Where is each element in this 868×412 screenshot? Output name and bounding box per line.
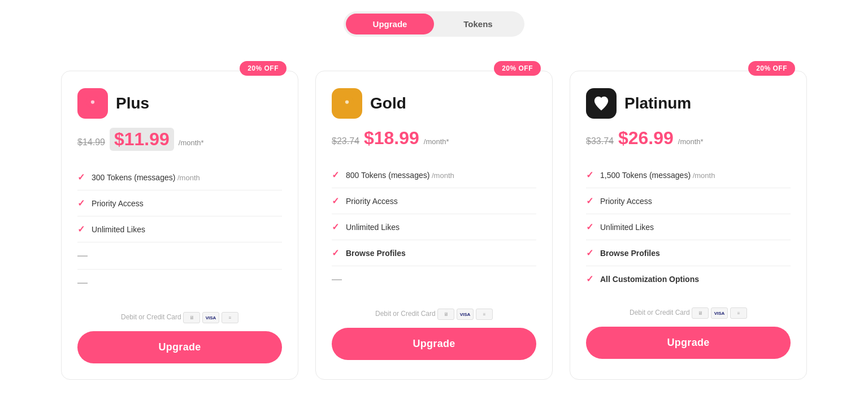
- tokens-toggle-btn[interactable]: Tokens: [434, 14, 522, 34]
- feature-item: —: [332, 266, 536, 293]
- check-icon: ✓: [77, 172, 85, 183]
- card-icon-visa: VISA: [711, 307, 728, 319]
- pricing-section: $23.74$18.99/month*: [332, 128, 536, 149]
- feature-text: Browse Profiles: [346, 249, 406, 258]
- upgrade-button-gold[interactable]: Upgrade: [332, 328, 536, 360]
- plan-header: Plus: [77, 88, 282, 119]
- payment-section: Debit or Credit Card 🖥 VISA ≡: [332, 309, 536, 320]
- original-price: $33.74: [586, 136, 614, 146]
- plan-card-platinum: 20% OFF Platinum$33.74$26.99/month*✓1,50…: [570, 71, 807, 380]
- feature-item: ✓Unlimited Likes: [77, 216, 282, 242]
- per-month-label: /month*: [424, 137, 449, 146]
- feature-text: Browse Profiles: [600, 249, 660, 258]
- feature-item: ✓Priority Access: [586, 188, 791, 214]
- plan-header: Gold: [332, 88, 536, 119]
- plans-container: 20% OFF Plus$14.99$11.99/month*✓300 Toke…: [38, 71, 830, 380]
- card-icon-mc: ≡: [222, 312, 238, 323]
- card-icon-monitor: 🖥: [437, 309, 454, 320]
- feature-item: ✓All Customization Options: [586, 266, 791, 292]
- svg-point-2: [600, 100, 603, 103]
- feature-text: Unlimited Likes: [600, 223, 654, 232]
- per-month-label: /month*: [179, 138, 204, 147]
- platinum-plan-icon: [586, 88, 617, 119]
- feature-item: —: [77, 270, 282, 296]
- check-icon: ✓: [586, 248, 593, 258]
- unavailable-icon: —: [77, 250, 88, 262]
- upgrade-toggle-btn[interactable]: Upgrade: [346, 14, 434, 34]
- feature-text: All Customization Options: [600, 275, 699, 284]
- current-price: $11.99: [110, 128, 174, 151]
- feature-item: ✓Browse Profiles: [332, 240, 536, 266]
- card-icon-monitor: 🖥: [183, 312, 200, 323]
- upgrade-button-platinum[interactable]: Upgrade: [586, 327, 791, 359]
- plan-name: Plus: [116, 94, 149, 112]
- payment-section: Debit or Credit Card 🖥 VISA ≡: [586, 307, 791, 319]
- check-icon: ✓: [332, 170, 339, 180]
- feature-item: ✓Browse Profiles: [586, 240, 791, 266]
- check-icon: ✓: [332, 196, 339, 206]
- discount-badge: 20% OFF: [748, 61, 795, 76]
- payment-label: Debit or Credit Card 🖥 VISA ≡: [586, 307, 791, 319]
- feature-item: ✓Unlimited Likes: [586, 214, 791, 240]
- svg-point-0: [91, 100, 94, 103]
- gold-plan-icon: [332, 88, 362, 119]
- unavailable-icon: —: [332, 274, 342, 285]
- current-price: $26.99: [618, 128, 674, 149]
- svg-point-1: [345, 100, 349, 103]
- feature-item: ✓Unlimited Likes: [332, 214, 536, 240]
- card-icon-monitor: 🖥: [692, 307, 709, 319]
- check-icon: ✓: [77, 224, 85, 235]
- check-icon: ✓: [332, 222, 339, 232]
- feature-item: —: [77, 242, 282, 270]
- pricing-section: $33.74$26.99/month*: [586, 128, 791, 149]
- card-icon-visa: VISA: [457, 309, 474, 320]
- feature-sub: /month: [175, 174, 199, 182]
- feature-text: Unlimited Likes: [346, 223, 400, 232]
- card-icon-mc: ≡: [730, 307, 747, 319]
- plan-card-plus: 20% OFF Plus$14.99$11.99/month*✓300 Toke…: [61, 71, 298, 380]
- payment-section: Debit or Credit Card 🖥 VISA ≡: [77, 312, 282, 323]
- plan-toggle: Upgrade Tokens: [344, 11, 524, 37]
- feature-text: Priority Access: [92, 199, 144, 208]
- current-price: $18.99: [364, 128, 419, 149]
- payment-icons: 🖥 VISA ≡: [183, 312, 238, 323]
- features-list: ✓1,500 Tokens (messages) /month✓Priority…: [586, 162, 791, 292]
- features-list: ✓300 Tokens (messages) /month✓Priority A…: [77, 164, 282, 296]
- discount-badge: 20% OFF: [240, 61, 287, 76]
- features-list: ✓800 Tokens (messages) /month✓Priority A…: [332, 162, 536, 293]
- check-icon: ✓: [586, 222, 593, 232]
- feature-item: ✓800 Tokens (messages) /month: [332, 162, 536, 188]
- payment-icons: 🖥 VISA ≡: [692, 307, 747, 319]
- payment-label: Debit or Credit Card 🖥 VISA ≡: [332, 309, 536, 320]
- upgrade-button-plus[interactable]: Upgrade: [77, 331, 282, 363]
- plan-name: Platinum: [624, 94, 691, 112]
- check-icon: ✓: [586, 196, 593, 206]
- feature-text: 1,500 Tokens (messages) /month: [600, 171, 715, 180]
- feature-text: Priority Access: [600, 197, 652, 206]
- feature-sub: /month: [691, 171, 715, 180]
- feature-text: Priority Access: [346, 197, 398, 206]
- feature-item: ✓Priority Access: [77, 190, 282, 216]
- plan-card-gold: 20% OFF Gold$23.74$18.99/month*✓800 Toke…: [315, 71, 553, 380]
- pricing-section: $14.99$11.99/month*: [77, 128, 282, 151]
- payment-icons: 🖥 VISA ≡: [437, 309, 493, 320]
- feature-item: ✓1,500 Tokens (messages) /month: [586, 162, 791, 188]
- discount-badge: 20% OFF: [494, 61, 541, 76]
- original-price: $23.74: [332, 136, 359, 146]
- check-icon: ✓: [586, 170, 593, 180]
- plan-header: Platinum: [586, 88, 791, 119]
- card-icon-visa: VISA: [202, 312, 219, 323]
- payment-label: Debit or Credit Card 🖥 VISA ≡: [77, 312, 282, 323]
- check-icon: ✓: [77, 198, 85, 209]
- unavailable-icon: —: [77, 277, 88, 289]
- feature-text: 300 Tokens (messages) /month: [92, 173, 200, 182]
- check-icon: ✓: [586, 274, 593, 284]
- card-icon-mc: ≡: [476, 309, 493, 320]
- feature-text: 800 Tokens (messages) /month: [346, 171, 454, 180]
- check-icon: ✓: [332, 248, 339, 258]
- feature-item: ✓300 Tokens (messages) /month: [77, 164, 282, 190]
- feature-item: ✓Priority Access: [332, 188, 536, 214]
- feature-text: Unlimited Likes: [92, 225, 145, 234]
- plan-name: Gold: [370, 94, 406, 112]
- per-month-label: /month*: [678, 137, 704, 146]
